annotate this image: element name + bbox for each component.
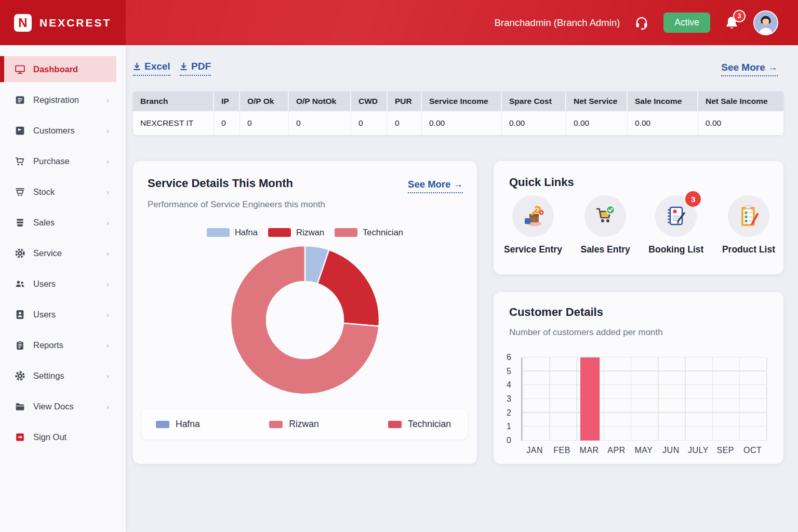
- cell-service-income: 0.00: [422, 111, 502, 135]
- gridline-x: [631, 357, 632, 441]
- stock-cart-icon: [15, 187, 25, 197]
- sidebar-item-dashboard[interactable]: Dashboard: [0, 56, 116, 82]
- bar-chart-y-axis: 0123456: [494, 357, 516, 441]
- sidebar-nav: Dashboard Registration › Customers › Pur…: [0, 45, 126, 532]
- quick-link-label: Product List: [722, 244, 775, 255]
- col-pur: PUR: [388, 91, 422, 111]
- chevron-right-icon: ›: [107, 218, 109, 227]
- quick-link-booking-list[interactable]: 3 Booking List: [648, 195, 703, 255]
- cell-ip: 0: [214, 111, 240, 135]
- sidebar-item-stock[interactable]: Stock ›: [0, 179, 126, 205]
- col-net-sale-income: Net Sale Income: [698, 91, 783, 111]
- settings-gear-icon: [15, 370, 25, 381]
- sidebar-item-label: Settings: [33, 371, 64, 381]
- cell-op-ok: 0: [240, 111, 289, 135]
- cell-pur: 0: [388, 111, 422, 135]
- gridline-y5: [522, 370, 766, 371]
- see-more-link-top[interactable]: See More →: [721, 62, 778, 76]
- gridline-x: [549, 357, 550, 441]
- chevron-right-icon: ›: [107, 280, 109, 288]
- gridline-x: [658, 357, 659, 441]
- legend-swatch-technician: [335, 228, 357, 237]
- cart-icon: [15, 156, 25, 167]
- nexcrest-logo: N: [14, 14, 32, 32]
- sidebar-item-view-docs[interactable]: View Docs ›: [0, 393, 126, 419]
- cell-net-sale-income: 0.00: [698, 111, 783, 135]
- sidebar-item-label: Service: [33, 248, 62, 258]
- col-service-income: Service Income: [422, 91, 502, 111]
- legend-swatch-rizwan: [268, 228, 291, 237]
- sidebar-item-service[interactable]: Service ›: [0, 240, 126, 266]
- brand-name: NEXCREST: [39, 17, 111, 29]
- y-tick-label: 3: [507, 394, 511, 404]
- see-more-link-service[interactable]: See More →: [408, 179, 463, 193]
- col-branch: Branch: [133, 91, 214, 111]
- sidebar-item-customers[interactable]: Customers ›: [0, 117, 126, 143]
- month-label-feb: FEB: [548, 446, 575, 455]
- sidebar-item-label: Stock: [33, 187, 55, 197]
- sign-out-icon: [15, 432, 25, 443]
- cell-cwd: 0: [351, 111, 388, 135]
- chevron-right-icon: ›: [107, 402, 109, 411]
- col-spare-cost: Spare Cost: [502, 91, 566, 111]
- gridline-x: [766, 357, 767, 441]
- customers-icon: [15, 125, 25, 136]
- legend-label-technician: Technician: [408, 419, 451, 430]
- export-excel-label: Excel: [144, 61, 170, 72]
- headset-icon[interactable]: [634, 16, 649, 30]
- active-status-button[interactable]: Active: [663, 12, 710, 33]
- gridline-x: [522, 357, 523, 441]
- download-icon: [133, 62, 141, 71]
- gridline-y1: [522, 426, 766, 427]
- gridline-x: [576, 357, 577, 441]
- sidebar-item-label: Purchase: [33, 156, 70, 166]
- user-avatar[interactable]: [753, 10, 778, 35]
- legend-label-hafna: Hafna: [235, 228, 258, 237]
- quick-link-label: Sales Entry: [580, 244, 630, 255]
- sidebar-item-label: View Docs: [33, 402, 74, 411]
- cell-branch: NEXCREST IT: [133, 111, 214, 135]
- quick-link-label: Booking List: [648, 244, 703, 255]
- col-sale-income: Sale Income: [628, 91, 698, 111]
- export-pdf-link[interactable]: PDF: [180, 61, 211, 76]
- y-tick-label: 5: [507, 367, 511, 376]
- table-header-row: Branch IP O/P Ok O/P NotOk CWD PUR Servi…: [133, 91, 783, 111]
- gridline-y3: [522, 398, 766, 400]
- legend-swatch-rizwan: [269, 421, 283, 428]
- export-excel-link[interactable]: Excel: [133, 61, 170, 76]
- legend-entry-rizwan: Rizwan: [269, 419, 318, 430]
- chevron-right-icon: ›: [107, 96, 109, 104]
- sales-entry-icon: [584, 195, 626, 237]
- user-document-icon: [15, 309, 25, 320]
- sidebar-item-label: Users: [33, 279, 56, 289]
- cell-spare-cost: 0.00: [502, 111, 566, 135]
- sidebar-item-purchase[interactable]: Purchase ›: [0, 148, 126, 174]
- quick-link-product-list[interactable]: Product List: [722, 195, 775, 255]
- quick-link-sales-entry[interactable]: Sales Entry: [580, 195, 630, 255]
- month-label-jan: JAN: [521, 446, 548, 455]
- sidebar-item-sign-out[interactable]: Sign Out: [0, 424, 126, 450]
- quick-link-service-entry[interactable]: Service Entry: [504, 195, 562, 255]
- sidebar-item-users-2[interactable]: Users ›: [0, 301, 126, 327]
- chevron-right-icon: ›: [107, 126, 109, 135]
- sidebar-item-registration[interactable]: Registration ›: [0, 87, 126, 113]
- quick-links-title: Quick Links: [509, 176, 574, 189]
- sidebar-item-reports[interactable]: Reports ›: [0, 332, 126, 358]
- legend-swatch-hafna: [156, 421, 169, 428]
- col-ip: IP: [214, 91, 240, 111]
- branch-summary-table: Branch IP O/P Ok O/P NotOk CWD PUR Servi…: [133, 91, 783, 135]
- col-net-service: Net Service: [566, 91, 628, 111]
- sidebar-item-users[interactable]: Users ›: [0, 271, 126, 297]
- folder-icon: [15, 401, 25, 412]
- header-right: Branchadmin (Branch Admin) Active 3: [495, 10, 798, 35]
- bar-chart-x-axis: JANFEBMARAPRMAYJUNJULYSEPOCT: [521, 446, 766, 455]
- gridline-x: [712, 357, 713, 441]
- legend-swatch-hafna: [207, 228, 230, 237]
- sidebar-item-sales[interactable]: Sales ›: [0, 209, 126, 235]
- user-role-label: Branchadmin (Branch Admin): [495, 17, 620, 29]
- notification-bell-icon[interactable]: 3: [725, 16, 739, 30]
- month-label-sep: SEP: [712, 446, 739, 455]
- sidebar-item-label: Registration: [33, 95, 79, 105]
- sidebar-item-settings[interactable]: Settings ›: [0, 363, 126, 389]
- quick-link-label: Service Entry: [504, 244, 562, 255]
